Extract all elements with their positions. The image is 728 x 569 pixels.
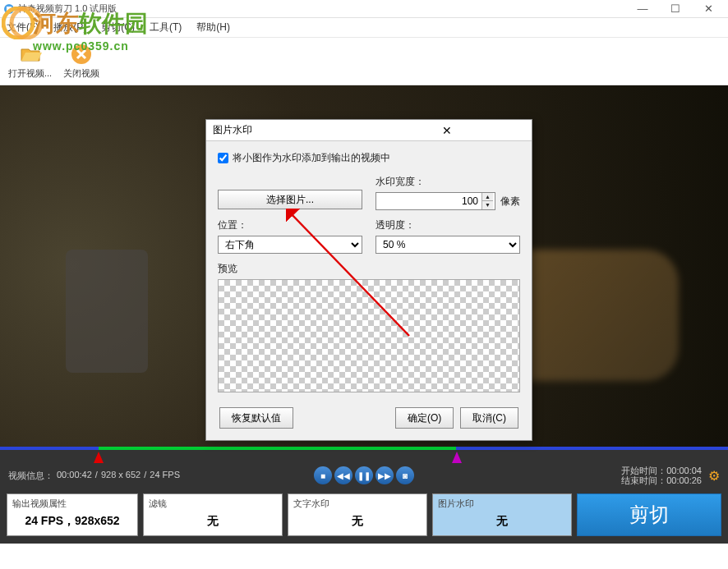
snapshot-button[interactable]: ◙ xyxy=(396,466,414,484)
cut-button[interactable]: 剪切 xyxy=(577,493,721,536)
rewind-button[interactable]: ◀◀ xyxy=(334,466,352,484)
toolbar: 打开视频... 关闭视频 xyxy=(0,38,728,85)
opacity-label: 透明度： xyxy=(376,218,520,232)
cancel-button[interactable]: 取消(C) xyxy=(460,407,518,429)
position-label: 位置： xyxy=(218,218,362,232)
app-icon xyxy=(3,3,15,15)
start-time-value: 00:00:04 xyxy=(666,466,702,475)
close-video-label: 关闭视频 xyxy=(63,67,99,80)
text-watermark-panel[interactable]: 文字水印 无 xyxy=(288,493,427,536)
image-watermark-dialog: 图片水印 ✕ 将小图作为水印添加到输出的视频中 选择图片... 水印宽度： ▲▼… xyxy=(205,119,532,441)
end-time-label: 结束时间： xyxy=(621,475,666,485)
width-input[interactable] xyxy=(376,195,481,207)
menu-play[interactable]: 播放(P) xyxy=(53,21,86,34)
video-resolution: 928 x 652 xyxy=(101,470,141,482)
preview-label: 预览 xyxy=(218,262,520,276)
filter-panel[interactable]: 滤镜 无 xyxy=(143,493,283,536)
menu-cut[interactable]: 剪切(C) xyxy=(101,21,135,34)
open-video-label: 打开视频... xyxy=(8,67,52,80)
menu-help[interactable]: 帮助(H) xyxy=(196,21,230,34)
stop-button[interactable]: ■ xyxy=(314,466,332,484)
preview-box xyxy=(218,279,520,392)
ok-button[interactable]: 确定(O) xyxy=(395,407,454,429)
opacity-select[interactable]: 50 % xyxy=(376,236,520,254)
status-bar: 视频信息： 00:00:42 / 928 x 652 / 24 FPS ■ ◀◀… xyxy=(0,465,728,486)
pause-button[interactable]: ❚❚ xyxy=(355,466,373,484)
select-image-button[interactable]: 选择图片... xyxy=(218,190,362,209)
filter-label: 滤镜 xyxy=(149,498,277,510)
window-title: 神奇视频剪刀 1.0 试用版 xyxy=(18,2,626,15)
dialog-close-button[interactable]: ✕ xyxy=(369,124,525,137)
start-marker[interactable] xyxy=(94,452,104,463)
menu-file[interactable]: 文件(F) xyxy=(7,21,39,34)
end-time-value: 00:00:26 xyxy=(666,475,702,485)
close-video-button[interactable]: 关闭视频 xyxy=(63,43,99,80)
dialog-title: 图片水印 xyxy=(213,123,369,137)
text-wm-label: 文字水印 xyxy=(293,498,422,510)
filter-value: 无 xyxy=(149,510,277,532)
svg-rect-1 xyxy=(7,7,12,11)
output-properties-panel[interactable]: 输出视频属性 24 FPS，928x652 xyxy=(7,493,138,536)
video-duration: 00:00:42 xyxy=(57,470,92,482)
width-unit: 像素 xyxy=(500,195,520,209)
restore-defaults-button[interactable]: 恢复默认值 xyxy=(219,407,293,429)
output-label: 输出视频属性 xyxy=(12,498,132,510)
position-select[interactable]: 右下角 xyxy=(218,236,362,254)
open-video-button[interactable]: 打开视频... xyxy=(8,43,52,80)
close-button[interactable]: ✕ xyxy=(692,1,725,17)
width-label: 水印宽度： xyxy=(376,175,520,189)
end-marker[interactable] xyxy=(452,452,462,463)
text-wm-value: 无 xyxy=(293,510,422,532)
menubar: 文件(F) 播放(P) 剪切(C) 工具(T) 帮助(H) xyxy=(0,18,728,38)
image-wm-label: 图片水印 xyxy=(438,498,566,510)
video-fps: 24 FPS xyxy=(150,470,180,482)
enable-watermark-label: 将小图作为水印添加到输出的视频中 xyxy=(233,151,390,165)
forward-button[interactable]: ▶▶ xyxy=(376,466,394,484)
start-time-label: 开始时间： xyxy=(621,466,666,475)
folder-open-icon xyxy=(19,43,42,66)
minimize-button[interactable]: — xyxy=(626,1,659,17)
output-panels: 输出视频属性 24 FPS，928x652 滤镜 无 文字水印 无 图片水印 无… xyxy=(0,486,728,544)
image-wm-value: 无 xyxy=(438,510,566,532)
output-value: 24 FPS，928x652 xyxy=(12,510,132,532)
image-watermark-panel[interactable]: 图片水印 无 xyxy=(432,493,572,536)
close-circle-icon xyxy=(70,43,93,66)
width-spinner[interactable]: ▲▼ xyxy=(481,193,493,209)
settings-icon[interactable]: ⚙ xyxy=(708,468,720,484)
dialog-titlebar: 图片水印 ✕ xyxy=(206,120,532,141)
enable-watermark-checkbox[interactable] xyxy=(218,153,228,163)
maximize-button[interactable]: ☐ xyxy=(659,1,692,17)
video-info-label: 视频信息： xyxy=(8,470,53,482)
playback-controls: ■ ◀◀ ❚❚ ▶▶ ◙ xyxy=(314,466,414,484)
menu-tools[interactable]: 工具(T) xyxy=(150,21,182,34)
window-titlebar: 神奇视频剪刀 1.0 试用版 — ☐ ✕ xyxy=(0,0,728,18)
